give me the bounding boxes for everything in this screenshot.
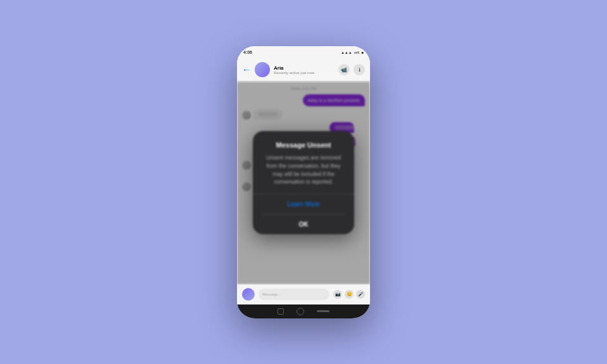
nav-icons: 📹 ℹ <box>338 64 365 75</box>
wifi-icon: wifi <box>354 51 360 54</box>
back-button[interactable]: ← <box>242 65 251 75</box>
contact-status: Recently active just now <box>274 71 335 75</box>
signal-icon: ▲▲▲ <box>341 51 352 54</box>
message-unsent-dialog: Message Unsent Unsent messages are remov… <box>253 131 354 234</box>
learn-more-button[interactable]: Learn More <box>262 194 345 215</box>
user-avatar <box>242 288 255 301</box>
back-nav-button[interactable] <box>317 310 329 312</box>
ok-button[interactable]: OK <box>262 215 345 234</box>
info-icon[interactable]: ℹ <box>354 64 365 75</box>
dialog-overlay: Message Unsent Unsent messages are remov… <box>237 82 370 284</box>
phone-frame: 4:06 ▲▲▲ wifi ■ ← Aria Recently active j… <box>237 46 370 318</box>
video-call-icon[interactable]: 📹 <box>338 64 350 75</box>
dialog-title: Message Unsent <box>262 141 345 149</box>
status-icons: ▲▲▲ wifi ■ <box>341 51 364 54</box>
battery-icon: ■ <box>361 51 364 54</box>
recents-button[interactable] <box>278 308 284 315</box>
android-nav-bar <box>237 304 370 318</box>
chat-area: Today 2:01 PM Abby is a sterlfish possib… <box>237 82 370 284</box>
home-button[interactable] <box>297 308 304 315</box>
message-input[interactable]: Message... <box>259 289 329 300</box>
chat-input-bar: Message... 📷 😊 🎤 <box>237 284 370 304</box>
status-bar: 4:06 ▲▲▲ wifi ■ <box>237 46 370 59</box>
input-placeholder: Message... <box>262 292 281 296</box>
status-time: 4:06 <box>243 50 252 54</box>
input-action-icons: 📷 😊 🎤 <box>333 290 365 299</box>
contact-avatar <box>255 62 270 77</box>
camera-icon[interactable]: 📷 <box>333 290 342 299</box>
contact-info: Aria Recently active just now <box>274 65 335 75</box>
contact-name: Aria <box>274 65 335 71</box>
mic-icon[interactable]: 🎤 <box>356 290 365 299</box>
dialog-body: Unsent messages are removed from the con… <box>262 154 345 186</box>
sticker-icon[interactable]: 😊 <box>345 290 354 299</box>
top-nav: ← Aria Recently active just now 📹 ℹ <box>237 59 370 82</box>
